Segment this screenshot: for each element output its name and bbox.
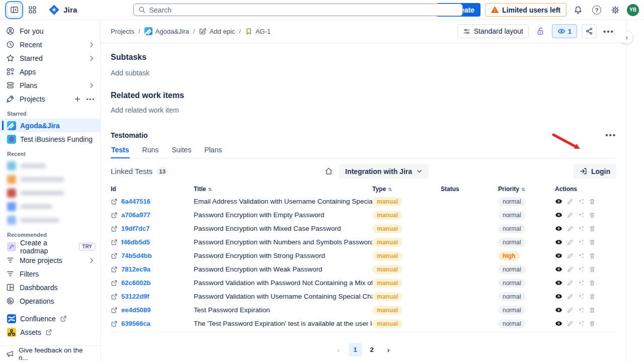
tab-plans[interactable]: Plans xyxy=(204,146,222,158)
view-test-button[interactable] xyxy=(555,238,562,246)
delete-test-button[interactable] xyxy=(589,320,596,327)
view-test-button[interactable] xyxy=(555,306,562,314)
view-test-button[interactable] xyxy=(555,198,562,205)
edit-test-button[interactable] xyxy=(567,266,574,273)
pagination-prev-button[interactable]: ‹ xyxy=(332,343,346,356)
sidebar-item-filters[interactable]: Filters xyxy=(0,267,100,281)
delete-test-button[interactable] xyxy=(589,280,596,287)
pagination-next-button[interactable]: › xyxy=(382,343,395,356)
view-test-button[interactable] xyxy=(555,265,562,273)
delete-test-button[interactable] xyxy=(589,198,596,205)
pagination-page-2[interactable]: 2 xyxy=(365,343,379,356)
delete-test-button[interactable] xyxy=(589,293,596,300)
edit-test-button[interactable] xyxy=(567,212,574,219)
delete-test-button[interactable] xyxy=(589,266,596,273)
edit-test-button[interactable] xyxy=(567,307,574,314)
view-test-button[interactable] xyxy=(555,225,562,232)
recent-project-blurred[interactable] xyxy=(0,159,100,172)
notifications-button[interactable] xyxy=(571,3,585,17)
sidebar-item-operations[interactable]: Operations xyxy=(0,294,100,308)
edit-test-button[interactable] xyxy=(567,225,574,232)
sidebar-item-assets[interactable]: Assets xyxy=(0,325,100,339)
edit-test-button[interactable] xyxy=(567,320,574,327)
projects-more-icon[interactable] xyxy=(86,96,95,102)
view-test-button[interactable] xyxy=(555,252,562,259)
view-test-button[interactable] xyxy=(555,293,562,300)
recent-project-blurred[interactable] xyxy=(0,186,100,200)
recent-project-blurred[interactable] xyxy=(0,172,100,186)
test-id-link[interactable]: 53122d9f xyxy=(111,293,194,300)
edit-test-button[interactable] xyxy=(567,198,574,205)
delete-test-button[interactable] xyxy=(589,307,596,314)
home-icon[interactable] xyxy=(325,167,333,175)
view-test-button[interactable] xyxy=(555,211,562,219)
test-id-link[interactable]: 7812ec9a xyxy=(111,265,194,273)
column-header-title[interactable]: Title xyxy=(194,186,372,193)
help-button[interactable]: ? xyxy=(590,3,604,17)
breadcrumb-add-epic[interactable]: Add epic xyxy=(199,28,235,35)
avatar[interactable]: YB xyxy=(627,4,639,16)
sidebar-item-create-roadmap[interactable]: Create a roadmap TRY xyxy=(0,240,100,253)
layout-button[interactable]: Standard layout xyxy=(457,24,529,38)
edit-test-button[interactable] xyxy=(567,252,574,259)
sidebar-item-apps[interactable]: Apps xyxy=(0,65,100,78)
test-id-link[interactable]: 62c6002b xyxy=(111,279,194,287)
view-test-button[interactable] xyxy=(555,279,562,287)
edit-test-button[interactable] xyxy=(567,293,574,300)
sidebar-item-recent[interactable]: Recent xyxy=(0,38,100,51)
pagination-page-1[interactable]: 1 xyxy=(349,343,362,356)
breadcrumb-projects[interactable]: Projects xyxy=(111,28,134,35)
ai-test-button[interactable] xyxy=(578,320,585,327)
delete-test-button[interactable] xyxy=(589,239,596,246)
feedback-button[interactable]: Give feedback on the n... xyxy=(0,345,100,362)
ai-test-button[interactable] xyxy=(578,239,585,246)
integration-dropdown[interactable]: Integration with Jira xyxy=(339,164,429,178)
test-id-link[interactable]: ee4d5089 xyxy=(111,306,194,314)
sidebar-project-ibusiness[interactable]: Test iBusiness Funding xyxy=(0,132,100,146)
add-project-icon[interactable] xyxy=(74,96,81,103)
test-id-link[interactable]: f46db5d5 xyxy=(111,238,194,246)
tab-tests[interactable]: Tests xyxy=(111,146,130,158)
testomatio-more-button[interactable] xyxy=(605,131,616,139)
sidebar-project-agoda-jira[interactable]: Agoda&Jira xyxy=(0,119,100,132)
limited-users-button[interactable]: Limited users left xyxy=(485,3,567,17)
ai-test-button[interactable] xyxy=(578,266,585,273)
ai-test-button[interactable] xyxy=(578,198,585,205)
jira-brand[interactable]: Jira xyxy=(48,4,77,16)
global-search[interactable] xyxy=(133,4,463,16)
tab-runs[interactable]: Runs xyxy=(142,146,159,158)
recent-project-blurred[interactable] xyxy=(0,213,100,227)
test-id-link[interactable]: 6a447516 xyxy=(111,198,194,205)
ai-test-button[interactable] xyxy=(578,280,585,287)
recent-project-blurred[interactable] xyxy=(0,200,100,213)
delete-test-button[interactable] xyxy=(589,212,596,219)
edit-test-button[interactable] xyxy=(567,239,574,246)
breadcrumb-issue[interactable]: AG-1 xyxy=(245,28,271,35)
search-input[interactable] xyxy=(149,6,458,14)
column-header-type[interactable]: Type xyxy=(372,186,441,193)
test-id-link[interactable]: 19df7dc7 xyxy=(111,225,194,232)
sidebar-item-dashboards[interactable]: Dashboards xyxy=(0,281,100,294)
delete-test-button[interactable] xyxy=(589,252,596,259)
ai-test-button[interactable] xyxy=(578,293,585,300)
edit-test-button[interactable] xyxy=(567,280,574,287)
view-test-button[interactable] xyxy=(555,320,562,327)
sidebar-item-confluence[interactable]: Confluence xyxy=(0,312,100,325)
share-button[interactable] xyxy=(582,24,597,38)
add-related-item-button[interactable]: Add related work item xyxy=(111,106,616,114)
settings-button[interactable] xyxy=(608,3,622,17)
sidebar-toggle-button[interactable] xyxy=(7,3,21,17)
column-header-priority[interactable]: Priority xyxy=(498,186,555,193)
test-id-link[interactable]: 74b5d4bb xyxy=(111,252,194,259)
ai-test-button[interactable] xyxy=(578,252,585,259)
delete-test-button[interactable] xyxy=(589,225,596,232)
test-id-link[interactable]: 639566ca xyxy=(111,320,194,327)
test-id-link[interactable]: a706a977 xyxy=(111,211,194,219)
ai-test-button[interactable] xyxy=(578,225,585,232)
sidebar-item-more-projects[interactable]: More projects xyxy=(0,253,100,267)
app-switcher-button[interactable] xyxy=(25,3,39,17)
ai-test-button[interactable] xyxy=(578,212,585,219)
breadcrumb-project[interactable]: Agoda&Jira xyxy=(144,27,189,35)
sidebar-item-projects[interactable]: Projects xyxy=(0,92,100,106)
sidebar-item-for-you[interactable]: For you xyxy=(0,24,100,38)
